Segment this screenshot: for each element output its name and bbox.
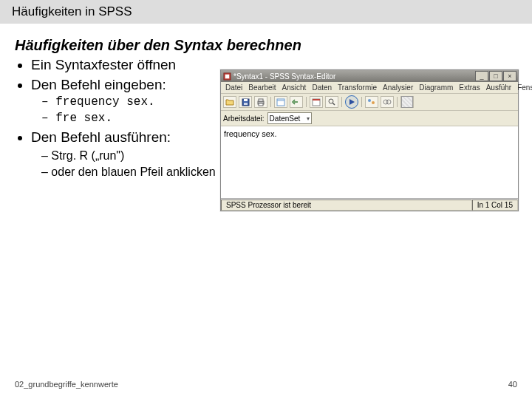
menu-bar[interactable]: Datei Bearbeit Ansicht Daten Transformie…	[221, 82, 518, 94]
svg-point-17	[386, 100, 391, 104]
toolbar-separator	[306, 97, 307, 107]
working-file-row: Arbeitsdatei: DatenSet	[221, 111, 518, 126]
svg-point-15	[372, 101, 375, 104]
slide-title: Häufigkeiten in SPSS	[0, 0, 532, 24]
menu-file[interactable]: Datei	[222, 83, 245, 92]
toolbar-separator	[397, 97, 398, 107]
menu-graphs[interactable]: Diagramm	[416, 83, 456, 92]
menu-utilities[interactable]: Extras	[456, 83, 482, 92]
svg-point-14	[368, 99, 371, 102]
undo-icon[interactable]	[290, 96, 303, 108]
editor-text: frequency sex.	[224, 129, 277, 138]
working-file-dropdown[interactable]: DatenSet	[267, 112, 312, 124]
maximize-button[interactable]: □	[489, 71, 502, 81]
show-values-icon[interactable]	[365, 96, 378, 108]
menu-view[interactable]: Ansicht	[279, 83, 310, 92]
print-icon[interactable]	[254, 96, 267, 108]
toolbar	[221, 94, 518, 111]
toolbar-separator	[270, 97, 271, 107]
toolbar-separator	[341, 97, 342, 107]
window-titlebar[interactable]: *Syntax1 - SPSS Syntax-Editor _ □ ×	[221, 70, 518, 82]
run-icon[interactable]	[345, 95, 358, 109]
use-sets-icon[interactable]	[381, 96, 394, 108]
footer-page-number: 40	[508, 380, 517, 389]
menu-transform[interactable]: Transformie	[335, 83, 380, 92]
window-title-text: *Syntax1 - SPSS Syntax-Editor	[233, 72, 335, 81]
svg-rect-7	[259, 103, 263, 106]
menu-window[interactable]: Fenste	[514, 83, 532, 92]
working-file-value: DatenSet	[270, 115, 301, 123]
status-cursor-pos: In 1 Col 15	[472, 200, 518, 211]
dialog-recall-icon[interactable]	[274, 96, 287, 108]
content-heading: Häufigkeiten über den Syntax berechnen	[15, 37, 517, 54]
minimize-button[interactable]: _	[475, 71, 488, 81]
footer-left: 02_grundbegriffe_kennwerte	[15, 380, 118, 389]
menu-analyze[interactable]: Analysier	[380, 83, 416, 92]
menu-data[interactable]: Daten	[309, 83, 335, 92]
status-message: SPSS Prozessor ist bereit	[221, 200, 472, 211]
menu-run[interactable]: Ausführ	[483, 83, 514, 92]
svg-rect-6	[259, 99, 263, 101]
svg-line-13	[332, 103, 335, 105]
syntax-editor-area[interactable]: frequency sex.	[221, 126, 518, 199]
syntax-help-icon[interactable]	[400, 96, 414, 108]
spss-syntax-editor-window: *Syntax1 - SPSS Syntax-Editor _ □ × Date…	[220, 69, 519, 211]
svg-rect-1	[225, 74, 230, 78]
svg-rect-3	[244, 99, 248, 101]
svg-rect-11	[313, 99, 320, 100]
toolbar-separator	[361, 97, 362, 107]
svg-rect-8	[277, 99, 284, 106]
app-icon	[223, 72, 231, 81]
svg-rect-4	[244, 103, 248, 105]
save-icon[interactable]	[239, 96, 252, 108]
working-file-label: Arbeitsdatei:	[223, 115, 265, 123]
find-icon[interactable]	[325, 96, 338, 108]
goto-case-icon[interactable]	[310, 96, 323, 108]
open-file-icon[interactable]	[223, 96, 236, 108]
status-bar: SPSS Prozessor ist bereit In 1 Col 15	[221, 199, 518, 211]
menu-edit[interactable]: Bearbeit	[245, 83, 279, 92]
close-button[interactable]: ×	[503, 71, 516, 81]
